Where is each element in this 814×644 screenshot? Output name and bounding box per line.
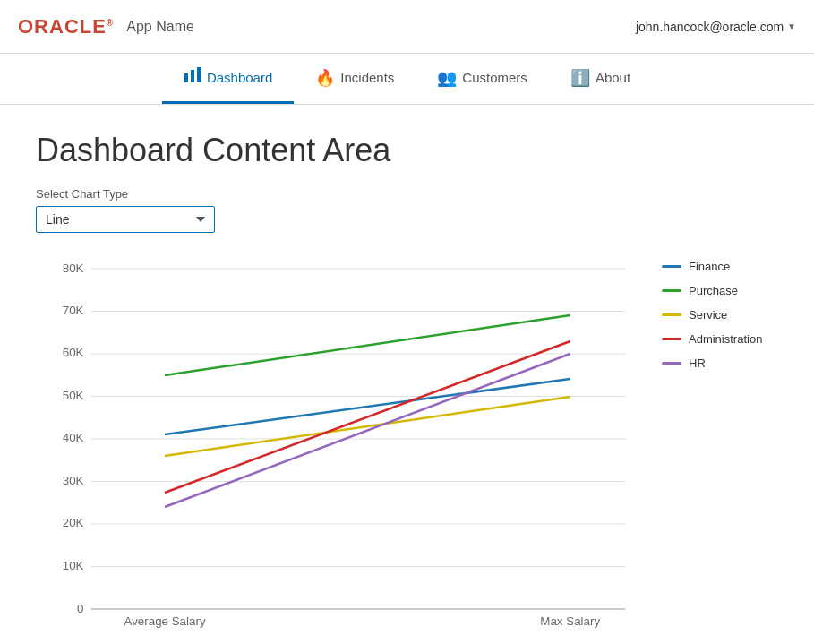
- nav-label-about: About: [596, 70, 630, 85]
- chart-wrapper: 0 10K 20K 30K 40K 50K 60K 70K 80K Averag…: [36, 251, 644, 631]
- legend-color-administration: [662, 338, 681, 340]
- svg-text:40K: 40K: [63, 431, 84, 444]
- svg-text:10K: 10K: [63, 559, 84, 572]
- legend-item-service: Service: [662, 308, 778, 322]
- legend-item-hr: HR: [662, 356, 778, 370]
- nav-label-incidents: Incidents: [340, 70, 394, 85]
- legend-label-hr: HR: [689, 356, 706, 370]
- chart-type-select[interactable]: Line Bar Area Pie: [36, 206, 215, 233]
- svg-line-24: [165, 315, 570, 375]
- svg-rect-1: [191, 70, 194, 82]
- legend-color-finance: [662, 265, 681, 268]
- legend-color-service: [662, 313, 681, 316]
- page-title: Dashboard Content Area: [36, 132, 778, 169]
- svg-line-27: [165, 354, 570, 507]
- legend-label-finance: Finance: [689, 260, 730, 273]
- fire-icon: 🔥: [315, 68, 335, 88]
- svg-text:50K: 50K: [63, 389, 84, 402]
- nav-label-dashboard: Dashboard: [207, 70, 272, 85]
- header: ORACLE® App Name john.hancock@oracle.com…: [0, 0, 814, 54]
- svg-rect-0: [184, 73, 188, 82]
- main-content: Dashboard Content Area Select Chart Type…: [0, 105, 814, 644]
- nav-item-dashboard[interactable]: Dashboard: [162, 54, 294, 104]
- customers-icon: 👥: [437, 68, 457, 88]
- nav-item-incidents[interactable]: 🔥 Incidents: [294, 54, 416, 104]
- svg-text:Average Salary: Average Salary: [124, 614, 206, 628]
- header-left: ORACLE® App Name: [18, 15, 194, 39]
- legend-color-purchase: [662, 289, 681, 292]
- legend-label-administration: Administration: [689, 332, 762, 346]
- legend-color-hr: [662, 362, 681, 365]
- user-email: john.hancock@oracle.com: [636, 20, 784, 34]
- nav-item-customers[interactable]: 👥 Customers: [416, 54, 549, 104]
- chart-container: 0 10K 20K 30K 40K 50K 60K 70K 80K Averag…: [36, 251, 778, 631]
- user-menu[interactable]: john.hancock@oracle.com ▼: [636, 20, 796, 34]
- dashboard-icon: [184, 66, 201, 89]
- svg-text:Max Salary: Max Salary: [540, 614, 600, 628]
- chevron-down-icon: ▼: [787, 21, 796, 31]
- chart-type-label: Select Chart Type: [36, 187, 778, 201]
- svg-text:0: 0: [77, 602, 83, 615]
- legend-item-purchase: Purchase: [662, 284, 778, 297]
- svg-text:80K: 80K: [63, 262, 84, 275]
- svg-rect-2: [197, 67, 201, 82]
- legend-label-service: Service: [689, 308, 727, 322]
- legend-item-administration: Administration: [662, 332, 778, 346]
- chart-legend: Finance Purchase Service Administration …: [662, 251, 778, 370]
- nav-item-about[interactable]: ℹ️ About: [549, 54, 652, 104]
- svg-text:60K: 60K: [63, 346, 84, 359]
- info-icon: ℹ️: [570, 68, 590, 88]
- svg-text:70K: 70K: [63, 304, 84, 317]
- svg-text:30K: 30K: [63, 474, 84, 487]
- legend-label-purchase: Purchase: [689, 284, 738, 297]
- line-chart: 0 10K 20K 30K 40K 50K 60K 70K 80K Averag…: [36, 251, 644, 627]
- nav-label-customers: Customers: [462, 70, 527, 85]
- app-name: App Name: [126, 19, 194, 35]
- legend-item-finance: Finance: [662, 260, 778, 273]
- nav: Dashboard 🔥 Incidents 👥 Customers ℹ️ Abo…: [0, 54, 814, 105]
- svg-text:20K: 20K: [63, 516, 84, 529]
- svg-line-26: [165, 341, 570, 493]
- oracle-logo: ORACLE®: [18, 15, 114, 39]
